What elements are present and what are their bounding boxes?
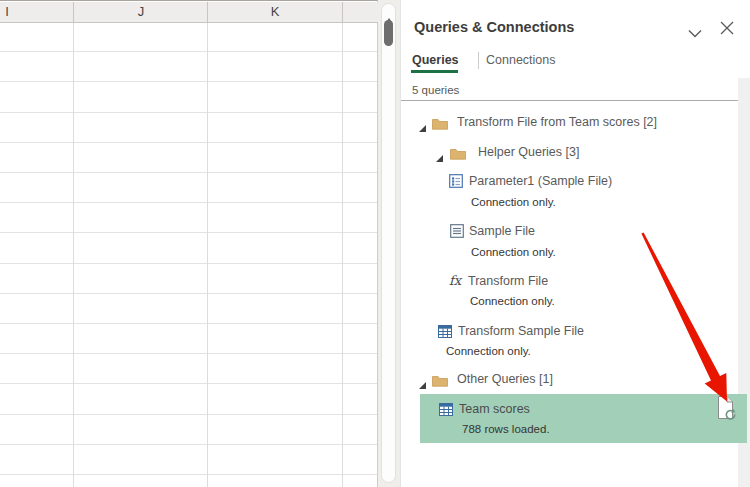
tree-group-transform-file[interactable]: Transform File from Team scores [2]: [401, 112, 750, 132]
tree-item-transform-file[interactable]: fx Transform File: [401, 271, 750, 291]
column-header-K[interactable]: K: [265, 2, 285, 22]
tree-item-parameter1[interactable]: Parameter1 (Sample File): [401, 171, 750, 191]
expand-triangle-icon[interactable]: [419, 118, 426, 138]
query-label: Parameter1 (Sample File): [469, 171, 612, 191]
function-fx-icon: fx: [449, 271, 461, 291]
query-count-label: 5 queries: [412, 84, 459, 96]
tab-queries[interactable]: Queries: [412, 53, 459, 67]
tree-item-transform-sample-file[interactable]: Transform Sample File: [401, 321, 750, 341]
tree-item-sample-file[interactable]: Sample File: [401, 221, 750, 241]
folder-icon: [432, 373, 448, 393]
parameter-icon: [449, 174, 463, 194]
expand-triangle-icon[interactable]: [419, 375, 426, 395]
refresh-preview-icon[interactable]: [715, 395, 737, 429]
group-label: Other Queries [1]: [457, 369, 553, 389]
query-status: Connection only.: [471, 245, 556, 260]
queries-connections-pane: Queries & Connections Queries Connection…: [400, 0, 750, 487]
folder-icon: [450, 146, 466, 166]
query-label: Sample File: [469, 221, 535, 241]
table-icon: [439, 402, 453, 422]
folder-icon: [432, 116, 448, 136]
active-tab-underline: [411, 70, 458, 73]
column-header-I[interactable]: I: [0, 2, 17, 22]
header-divider: [73, 2, 74, 22]
query-status: Connection only.: [446, 344, 531, 359]
column-header-row[interactable]: I J K: [0, 2, 378, 23]
header-divider: [342, 2, 343, 22]
worksheet-cells[interactable]: [0, 22, 377, 487]
header-rule: [401, 100, 738, 101]
tab-divider: [478, 52, 479, 69]
scrollbar-strip: [378, 0, 400, 487]
column-header-J[interactable]: J: [131, 2, 151, 22]
expand-triangle-icon[interactable]: [436, 148, 443, 168]
group-label: Transform File from Team scores [2]: [457, 112, 657, 132]
tab-connections[interactable]: Connections: [486, 53, 556, 67]
document-icon: [450, 224, 464, 244]
worksheet-grid[interactable]: I J K: [0, 0, 378, 487]
header-divider: [207, 2, 208, 22]
query-status: 788 rows loaded.: [462, 422, 550, 437]
pane-title: Queries & Connections: [414, 19, 574, 35]
gridline: [207, 22, 208, 487]
tree-group-other-queries[interactable]: Other Queries [1]: [401, 369, 750, 389]
tree-group-helper-queries[interactable]: Helper Queries [3]: [401, 142, 750, 162]
query-status: Connection only.: [471, 195, 556, 210]
query-label: Transform Sample File: [458, 321, 584, 341]
gridline: [73, 22, 74, 487]
excel-window: I J K Queries & Connections Queries Con: [0, 0, 750, 487]
chevron-down-icon[interactable]: [688, 24, 702, 33]
query-label: Team scores: [459, 399, 530, 419]
query-status: Connection only.: [470, 294, 555, 309]
vertical-scrollbar[interactable]: [381, 3, 396, 483]
close-icon[interactable]: [720, 21, 734, 35]
query-label: Transform File: [468, 271, 548, 291]
tree-item-team-scores[interactable]: Team scores: [401, 399, 750, 419]
scrollbar-thumb[interactable]: [384, 20, 393, 46]
table-icon: [438, 324, 452, 344]
gridline: [342, 22, 343, 487]
group-label: Helper Queries [3]: [478, 142, 579, 162]
